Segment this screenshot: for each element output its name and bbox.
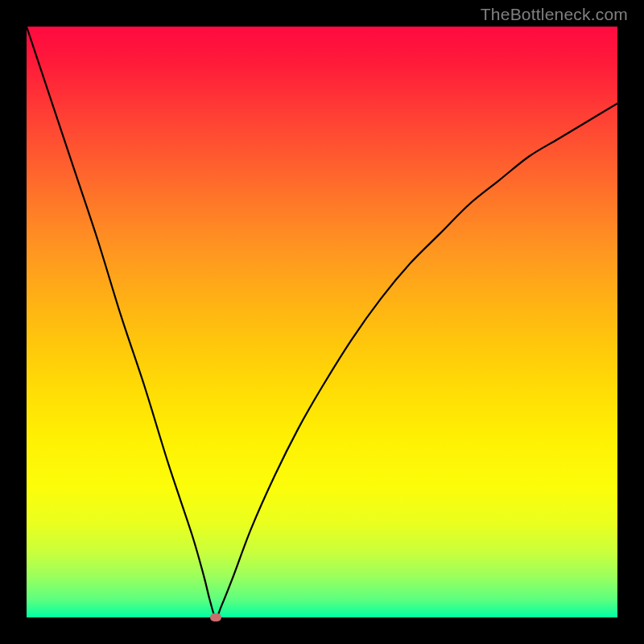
plot-area — [27, 27, 617, 617]
bottleneck-curve — [27, 27, 617, 617]
watermark-text: TheBottleneck.com — [481, 5, 628, 24]
curve-svg — [27, 27, 617, 617]
chart-container: TheBottleneck.com — [0, 0, 644, 644]
minimum-marker — [210, 613, 221, 621]
